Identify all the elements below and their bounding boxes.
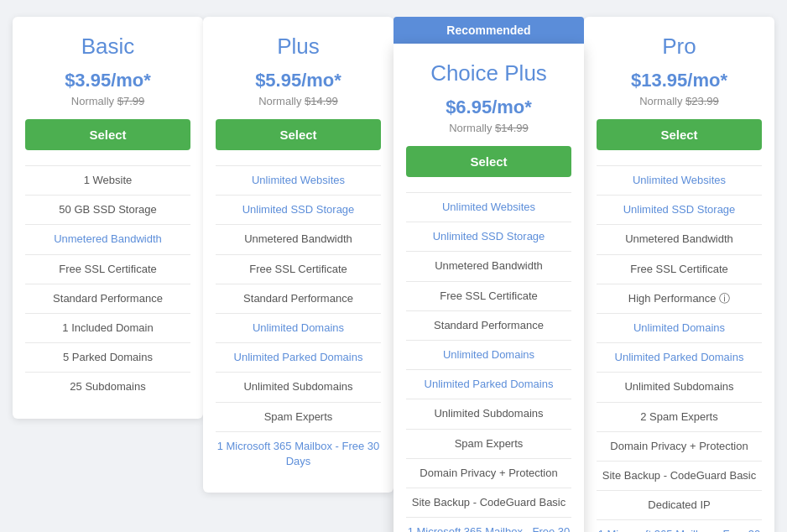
feature-item: Unlimited Websites bbox=[216, 165, 381, 195]
feature-item: Spam Experts bbox=[406, 429, 571, 458]
feature-item: Unlimited Parked Domains bbox=[597, 342, 762, 372]
plan-card-choice-plus: Choice Plus$6.95/mo*Normally $14.99Selec… bbox=[394, 44, 584, 532]
plan-price-choice-plus: $6.95/mo* bbox=[406, 96, 571, 118]
plan-normal-price-plus: Normally $14.99 bbox=[216, 95, 381, 107]
feature-item: Unlimited Subdomains bbox=[406, 399, 571, 428]
feature-item: Unlimited Domains bbox=[216, 313, 381, 342]
feature-item: Site Backup - CodeGuard Basic bbox=[406, 488, 571, 517]
feature-item: 1 Included Domain bbox=[25, 313, 190, 342]
plan-normal-price-choice-plus: Normally $14.99 bbox=[406, 122, 571, 134]
plan-name-basic: Basic bbox=[25, 34, 190, 60]
feature-item: 1 Microsoft 365 Mailbox - Free 30 Days bbox=[216, 431, 381, 476]
plan-name-choice-plus: Choice Plus bbox=[406, 60, 571, 86]
feature-item: Free SSL Certificate bbox=[406, 281, 571, 310]
feature-item: Unlimited Websites bbox=[597, 165, 762, 195]
plan-normal-price-pro: Normally $23.99 bbox=[597, 95, 762, 107]
plan-card-pro: Pro$13.95/mo*Normally $23.99SelectUnlimi… bbox=[584, 17, 774, 532]
feature-item: Unlimited SSD Storage bbox=[216, 195, 381, 224]
feature-item: 50 GB SSD Storage bbox=[25, 195, 190, 224]
plan-price-basic: $3.95/mo* bbox=[25, 70, 190, 91]
feature-item: Site Backup - CodeGuard Basic bbox=[597, 461, 762, 490]
select-button-pro[interactable]: Select bbox=[597, 119, 762, 150]
feature-item: Standard Performance bbox=[216, 284, 381, 313]
plan-wrapper-plus: Plus$5.95/mo*Normally $14.99SelectUnlimi… bbox=[203, 17, 394, 493]
feature-item: Unlimited SSD Storage bbox=[597, 195, 762, 224]
feature-item: Unmetered Bandwidth bbox=[406, 251, 571, 280]
feature-item: Unmetered Bandwidth bbox=[25, 224, 190, 253]
feature-item: 1 Website bbox=[25, 165, 190, 195]
feature-item: High Performance ⓘ bbox=[597, 284, 762, 313]
select-button-basic[interactable]: Select bbox=[25, 119, 190, 150]
feature-item: Unlimited SSD Storage bbox=[406, 222, 571, 251]
feature-item: Standard Performance bbox=[25, 284, 190, 313]
plan-wrapper-choice-plus: RecommendedChoice Plus$6.95/mo*Normally … bbox=[394, 17, 584, 532]
plan-card-plus: Plus$5.95/mo*Normally $14.99SelectUnlimi… bbox=[203, 17, 394, 493]
feature-item: Unlimited Parked Domains bbox=[216, 342, 381, 372]
plan-price-plus: $5.95/mo* bbox=[216, 70, 381, 91]
feature-item: Spam Experts bbox=[216, 402, 381, 431]
feature-item: 1 Microsoft 365 Mailbox - Free 30 Days bbox=[406, 517, 571, 532]
features-list-plus: Unlimited WebsitesUnlimited SSD StorageU… bbox=[216, 165, 381, 476]
plan-wrapper-pro: Pro$13.95/mo*Normally $23.99SelectUnlimi… bbox=[584, 17, 774, 532]
feature-item: Unlimited Subdomains bbox=[216, 372, 381, 401]
feature-item: Domain Privacy + Protection bbox=[597, 431, 762, 461]
feature-item: Unmetered Bandwidth bbox=[216, 224, 381, 253]
feature-item: Standard Performance bbox=[406, 310, 571, 340]
select-button-choice-plus[interactable]: Select bbox=[406, 146, 571, 177]
feature-item: 2 Spam Experts bbox=[597, 402, 762, 431]
plan-card-basic: Basic$3.95/mo*Normally $7.99Select1 Webs… bbox=[13, 17, 203, 419]
feature-item: Free SSL Certificate bbox=[216, 254, 381, 284]
feature-item: Free SSL Certificate bbox=[25, 254, 190, 284]
features-list-choice-plus: Unlimited WebsitesUnlimited SSD StorageU… bbox=[406, 192, 571, 532]
feature-item: Unlimited Subdomains bbox=[597, 372, 762, 401]
recommended-badge: Recommended bbox=[394, 17, 584, 44]
feature-item: Unlimited Domains bbox=[406, 340, 571, 369]
plans-container: Basic$3.95/mo*Normally $7.99Select1 Webs… bbox=[8, 8, 779, 532]
feature-item: Unlimited Websites bbox=[406, 192, 571, 222]
plan-wrapper-basic: Basic$3.95/mo*Normally $7.99Select1 Webs… bbox=[13, 17, 203, 419]
feature-item: 1 Microsoft 365 Mailbox - Free 30 Days bbox=[597, 519, 762, 532]
features-list-pro: Unlimited WebsitesUnlimited SSD StorageU… bbox=[597, 165, 762, 532]
feature-item: Unmetered Bandwidth bbox=[597, 224, 762, 253]
feature-item: 5 Parked Domains bbox=[25, 342, 190, 372]
plan-name-plus: Plus bbox=[216, 34, 381, 60]
select-button-plus[interactable]: Select bbox=[216, 119, 381, 150]
plan-price-pro: $13.95/mo* bbox=[597, 70, 762, 91]
feature-item: Domain Privacy + Protection bbox=[406, 458, 571, 488]
feature-item: Dedicated IP bbox=[597, 490, 762, 519]
feature-item: Free SSL Certificate bbox=[597, 254, 762, 284]
feature-item: 25 Subdomains bbox=[25, 372, 190, 401]
feature-item: Unlimited Domains bbox=[597, 313, 762, 342]
features-list-basic: 1 Website50 GB SSD StorageUnmetered Band… bbox=[25, 165, 190, 402]
plan-normal-price-basic: Normally $7.99 bbox=[25, 95, 190, 107]
plan-name-pro: Pro bbox=[597, 34, 762, 60]
feature-item: Unlimited Parked Domains bbox=[406, 369, 571, 399]
